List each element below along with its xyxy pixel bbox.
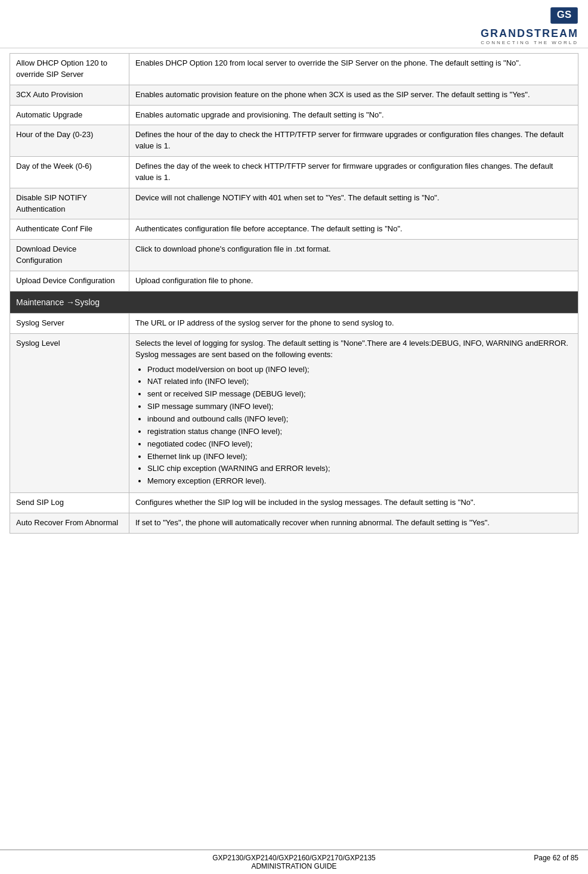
row-description: The URL or IP address of the syslog serv… — [129, 314, 578, 334]
row-label: Disable SIP NOTIFY Authentication — [10, 188, 129, 219]
syslog-level-intro: Selects the level of logging for syslog.… — [135, 339, 568, 348]
table-row: Upload Device Configuration Upload confi… — [10, 271, 578, 291]
row-description: Upload configuration file to phone. — [129, 271, 578, 291]
footer-model-line: GXP2130/GXP2140/GXP2160/GXP2170/GXP2135 — [81, 854, 507, 862]
row-label: Automatic Upgrade — [10, 105, 129, 125]
list-item: Memory exception (ERROR level). — [147, 476, 572, 487]
logo-tagline: CONNECTING THE WORLD — [481, 40, 578, 45]
table-row: 3CX Auto Provision Enables automatic pro… — [10, 85, 578, 105]
row-description: Defines the day of the week to check HTT… — [129, 157, 578, 188]
row-description: Configures whether the SIP log will be i… — [129, 493, 578, 513]
row-description: If set to "Yes", the phone will automati… — [129, 513, 578, 533]
row-description: Enables DHCP Option 120 from local serve… — [129, 54, 578, 85]
row-label: Download Device Configuration — [10, 240, 129, 271]
footer-left-spacer — [10, 854, 81, 870]
main-table: Allow DHCP Option 120 to override SIP Se… — [10, 53, 578, 534]
row-label: Allow DHCP Option 120 to override SIP Se… — [10, 54, 129, 85]
list-item: negotiated codec (INFO level); — [147, 439, 572, 450]
logo-brand: GRANDSTREAM — [481, 27, 578, 40]
row-label: Upload Device Configuration — [10, 271, 129, 291]
list-item: sent or received SIP message (DEBUG leve… — [147, 389, 572, 400]
list-item: SIP message summary (INFO level); — [147, 401, 572, 413]
row-label: Hour of the Day (0-23) — [10, 125, 129, 157]
footer: GXP2130/GXP2140/GXP2160/GXP2170/GXP2135 … — [0, 850, 588, 874]
row-description: Authenticates configuration file before … — [129, 219, 578, 240]
row-description: Defines the hour of the day to check the… — [129, 125, 578, 157]
table-row: Hour of the Day (0-23) Defines the hour … — [10, 125, 578, 157]
section-header-label: Maintenance →Syslog — [10, 291, 578, 313]
row-label: Syslog Server — [10, 314, 129, 334]
list-item: SLIC chip exception (WARNING and ERROR l… — [147, 463, 572, 475]
table-row: Syslog Server The URL or IP address of t… — [10, 314, 578, 334]
list-item: inbound and outbound calls (INFO level); — [147, 414, 572, 425]
row-label: Authenticate Conf File — [10, 219, 129, 240]
list-item: Ethernet link up (INFO level); — [147, 451, 572, 463]
row-label: 3CX Auto Provision — [10, 85, 129, 105]
row-description: Enables automatic upgrade and provisioni… — [129, 105, 578, 125]
syslog-bullet-list: Product model/version on boot up (INFO l… — [147, 364, 572, 487]
row-description: Click to download phone's configuration … — [129, 240, 578, 271]
table-row: Auto Recover From Abnormal If set to "Ye… — [10, 513, 578, 533]
table-row: Authenticate Conf File Authenticates con… — [10, 219, 578, 240]
list-item: registration status change (INFO level); — [147, 426, 572, 438]
table-row: Disable SIP NOTIFY Authentication Device… — [10, 188, 578, 219]
row-label: Day of the Week (0-6) — [10, 157, 129, 188]
svg-text:GS: GS — [557, 9, 571, 20]
table-row: Download Device Configuration Click to d… — [10, 240, 578, 271]
row-description: Selects the level of logging for syslog.… — [129, 333, 578, 492]
list-item: NAT related info (INFO level); — [147, 376, 572, 388]
table-row: Syslog Level Selects the level of loggin… — [10, 333, 578, 492]
footer-page: Page 62 of 85 — [507, 854, 578, 870]
footer-guide-line: ADMINISTRATION GUIDE — [81, 862, 507, 870]
row-label: Syslog Level — [10, 333, 129, 492]
table-row: Send SIP Log Configures whether the SIP … — [10, 493, 578, 513]
list-item: Product model/version on boot up (INFO l… — [147, 364, 572, 376]
table-row: Allow DHCP Option 120 to override SIP Se… — [10, 54, 578, 85]
syslog-events-label: Syslog messages are sent based on the fo… — [135, 350, 333, 359]
table-row: Day of the Week (0-6) Defines the day of… — [10, 157, 578, 188]
page-wrapper: GS GRANDSTREAM CONNECTING THE WORLD Allo… — [0, 0, 588, 874]
grandstream-logo-icon: GS — [550, 5, 578, 26]
content-area: Allow DHCP Option 120 to override SIP Se… — [0, 48, 588, 850]
logo-area: GS GRANDSTREAM CONNECTING THE WORLD — [481, 5, 578, 45]
row-label: Send SIP Log — [10, 493, 129, 513]
row-description: Enables automatic provision feature on t… — [129, 85, 578, 105]
header: GS GRANDSTREAM CONNECTING THE WORLD — [0, 0, 588, 48]
section-header-maintenance-syslog: Maintenance →Syslog — [10, 291, 578, 313]
footer-center: GXP2130/GXP2140/GXP2160/GXP2170/GXP2135 … — [81, 854, 507, 870]
row-description: Device will not challenge NOTIFY with 40… — [129, 188, 578, 219]
table-row: Automatic Upgrade Enables automatic upgr… — [10, 105, 578, 125]
row-label: Auto Recover From Abnormal — [10, 513, 129, 533]
